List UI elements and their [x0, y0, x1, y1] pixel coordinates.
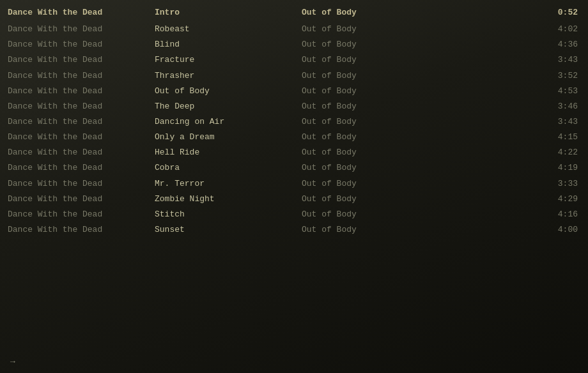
table-row[interactable]: Dance With the DeadMr. TerrorOut of Body… — [0, 176, 588, 192]
track-artist: Dance With the Dead — [8, 116, 155, 128]
table-header: Dance With the Dead Intro Out of Body 0:… — [0, 5, 588, 20]
track-album: Out of Body — [302, 70, 429, 82]
track-album: Out of Body — [302, 208, 429, 221]
track-title: Robeast — [155, 23, 302, 36]
track-time: 4:36 — [429, 38, 578, 51]
track-time: 3:43 — [429, 54, 578, 66]
track-title: Zombie Night — [155, 193, 302, 206]
track-album: Out of Body — [302, 100, 429, 113]
header-time: 0:52 — [429, 6, 578, 19]
header-title: Intro — [155, 6, 302, 19]
track-title: Hell Ride — [155, 146, 302, 159]
track-album: Out of Body — [302, 23, 429, 36]
header-artist: Dance With the Dead — [8, 6, 155, 19]
track-artist: Dance With the Dead — [8, 85, 155, 98]
track-time: 4:00 — [429, 224, 578, 236]
track-artist: Dance With the Dead — [8, 162, 155, 174]
track-artist: Dance With the Dead — [8, 38, 155, 51]
table-row[interactable]: Dance With the DeadThe DeepOut of Body3:… — [0, 99, 588, 114]
track-album: Out of Body — [302, 116, 429, 128]
table-row[interactable]: Dance With the DeadBlindOut of Body4:36 — [0, 37, 588, 52]
track-album: Out of Body — [302, 131, 429, 144]
track-title: Only a Dream — [155, 131, 302, 144]
table-row[interactable]: Dance With the DeadFractureOut of Body3:… — [0, 52, 588, 68]
track-artist: Dance With the Dead — [8, 193, 155, 206]
table-row[interactable]: Dance With the DeadZombie NightOut of Bo… — [0, 192, 588, 207]
track-artist: Dance With the Dead — [8, 131, 155, 144]
track-album: Out of Body — [302, 178, 429, 190]
track-album: Out of Body — [302, 146, 429, 159]
table-row[interactable]: Dance With the DeadOut of BodyOut of Bod… — [0, 84, 588, 99]
track-time: 3:43 — [429, 116, 578, 128]
track-artist: Dance With the Dead — [8, 208, 155, 221]
track-artist: Dance With the Dead — [8, 70, 155, 82]
track-album: Out of Body — [302, 54, 429, 66]
track-time: 3:33 — [429, 178, 578, 190]
track-time: 4:19 — [429, 162, 578, 174]
bottom-arrow: → — [10, 357, 15, 367]
header-album: Out of Body — [302, 6, 429, 19]
track-title: The Deep — [155, 100, 302, 113]
track-artist: Dance With the Dead — [8, 23, 155, 36]
track-list: Dance With the Dead Intro Out of Body 0:… — [0, 0, 588, 243]
table-row[interactable]: Dance With the DeadThrasherOut of Body3:… — [0, 68, 588, 84]
track-artist: Dance With the Dead — [8, 178, 155, 190]
table-row[interactable]: Dance With the DeadOnly a DreamOut of Bo… — [0, 130, 588, 145]
track-title: Fracture — [155, 54, 302, 66]
track-artist: Dance With the Dead — [8, 146, 155, 159]
table-row[interactable]: Dance With the DeadStitchOut of Body4:16 — [0, 207, 588, 222]
track-time: 3:52 — [429, 70, 578, 82]
track-album: Out of Body — [302, 38, 429, 51]
table-row[interactable]: Dance With the DeadCobraOut of Body4:19 — [0, 160, 588, 176]
track-title: Cobra — [155, 162, 302, 174]
track-album: Out of Body — [302, 224, 429, 236]
track-artist: Dance With the Dead — [8, 100, 155, 113]
track-time: 3:46 — [429, 100, 578, 113]
track-title: Mr. Terror — [155, 178, 302, 190]
table-row[interactable]: Dance With the DeadHell RideOut of Body4… — [0, 145, 588, 160]
track-title: Dancing on Air — [155, 116, 302, 128]
track-title: Sunset — [155, 224, 302, 236]
track-title: Blind — [155, 38, 302, 51]
track-time: 4:15 — [429, 131, 578, 144]
track-title: Out of Body — [155, 85, 302, 98]
track-time: 4:02 — [429, 23, 578, 36]
track-album: Out of Body — [302, 85, 429, 98]
track-time: 4:22 — [429, 146, 578, 159]
track-album: Out of Body — [302, 162, 429, 174]
track-title: Stitch — [155, 208, 302, 221]
track-time: 4:16 — [429, 208, 578, 221]
track-title: Thrasher — [155, 70, 302, 82]
track-artist: Dance With the Dead — [8, 224, 155, 236]
table-row[interactable]: Dance With the DeadRobeastOut of Body4:0… — [0, 22, 588, 37]
track-artist: Dance With the Dead — [8, 54, 155, 66]
track-album: Out of Body — [302, 193, 429, 206]
table-row[interactable]: Dance With the DeadDancing on AirOut of … — [0, 114, 588, 130]
track-time: 4:29 — [429, 193, 578, 206]
table-row[interactable]: Dance With the DeadSunsetOut of Body4:00 — [0, 222, 588, 238]
track-time: 4:53 — [429, 85, 578, 98]
